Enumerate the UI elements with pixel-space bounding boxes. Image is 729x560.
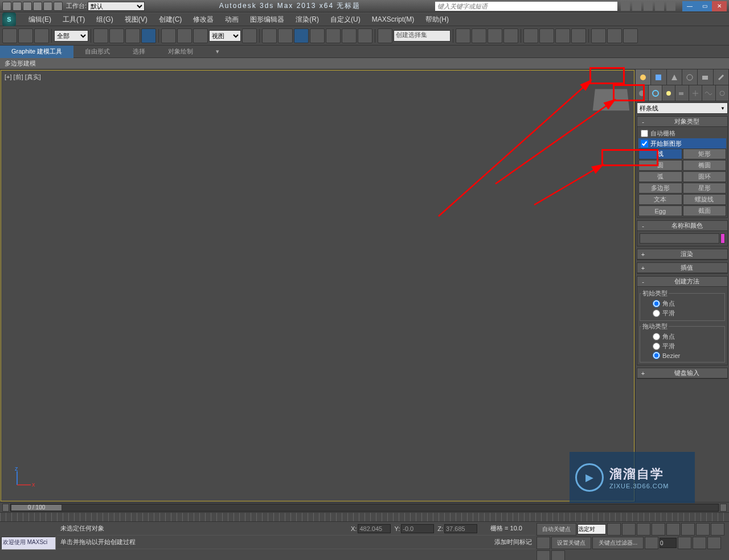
nav-maximize-button[interactable]	[707, 537, 721, 549]
circle-button[interactable]: 圆	[638, 160, 682, 171]
maxscript-listener[interactable]: 欢迎使用 MAXSci	[1, 537, 56, 550]
exchange-icon[interactable]	[644, 2, 653, 11]
mini-listener-icon[interactable]	[1, 523, 13, 534]
isolate-icon[interactable]	[323, 524, 334, 534]
select-region-button[interactable]	[125, 28, 140, 43]
tab-graphite[interactable]: Graphite 建模工具	[0, 46, 73, 58]
search-input[interactable]	[437, 3, 615, 10]
abs-rel-icon[interactable]	[337, 524, 347, 534]
infocenter-search[interactable]	[435, 2, 617, 11]
geometry-subtab[interactable]	[636, 85, 649, 101]
section-button[interactable]: 截面	[683, 205, 727, 216]
menu-edit[interactable]: 编辑(E)	[23, 15, 57, 24]
x-input[interactable]	[358, 524, 391, 533]
track-bar[interactable]	[0, 512, 729, 521]
app-logo-icon[interactable]: S	[2, 13, 16, 26]
menu-animation[interactable]: 动画	[219, 15, 244, 24]
startnew-row[interactable]: 开始新图形	[638, 138, 726, 149]
frame-spinner[interactable]	[660, 538, 677, 548]
manipulate-button[interactable]	[262, 28, 277, 43]
ngon-button[interactable]: 多边形	[638, 183, 682, 193]
axis-snap-button[interactable]	[358, 28, 372, 43]
rollout-header[interactable]: +插值	[637, 263, 727, 273]
ribbon-panel-label[interactable]: 多边形建模	[5, 59, 36, 68]
menu-maxscript[interactable]: MAXScript(M)	[366, 15, 420, 23]
selection-set-input[interactable]: 创建选择集	[394, 30, 450, 42]
new-icon[interactable]	[2, 2, 11, 11]
save-icon[interactable]	[23, 2, 32, 11]
cameras-subtab[interactable]	[675, 85, 689, 101]
viewport-label[interactable]: [+] [前] [真实]	[5, 73, 41, 81]
render-frame-button[interactable]	[571, 28, 586, 43]
rollout-header[interactable]: -创建方法	[637, 277, 727, 287]
nav-fov-button[interactable]	[536, 537, 550, 549]
undo-button[interactable]	[2, 28, 17, 43]
viewport[interactable]: [+] [前] [真实] z x	[1, 70, 634, 501]
layer-button[interactable]	[488, 28, 502, 43]
category-dropdown[interactable]: 样条线	[637, 102, 728, 114]
macro-rec-icon[interactable]	[14, 523, 25, 534]
rollout-header[interactable]: -对象类型	[637, 117, 727, 127]
keymode-button[interactable]	[278, 28, 293, 43]
shapes-subtab[interactable]	[649, 85, 662, 101]
menu-views[interactable]: 视图(V)	[119, 15, 153, 24]
undo-icon[interactable]	[33, 2, 42, 11]
open-icon[interactable]	[13, 2, 22, 11]
init-corner-row[interactable]: 角点	[641, 299, 723, 308]
pivot-button[interactable]	[242, 28, 257, 43]
autogrid-checkbox[interactable]	[641, 130, 648, 137]
material-editor-button[interactable]	[539, 28, 554, 43]
search-icon[interactable]	[621, 2, 630, 11]
goto-start-button[interactable]	[607, 523, 621, 536]
menu-help[interactable]: 帮助(H)	[420, 15, 454, 24]
startnew-checkbox[interactable]	[641, 140, 648, 147]
nav-region-button[interactable]	[536, 550, 550, 560]
select-object-button[interactable]	[93, 28, 108, 43]
menu-graph[interactable]: 图形编辑器	[244, 15, 290, 24]
tab-objpaint[interactable]: 对象绘制	[157, 46, 204, 58]
play-button[interactable]	[637, 523, 650, 536]
setkey-button[interactable]: 设置关键点	[551, 537, 591, 549]
lights-subtab[interactable]	[662, 85, 675, 101]
helix-button[interactable]: 螺旋线	[683, 194, 727, 205]
spacewarps-subtab[interactable]	[702, 85, 715, 101]
drag-corner-row[interactable]: 角点	[641, 332, 723, 341]
time-config-button[interactable]	[678, 537, 691, 549]
menu-customize[interactable]: 自定义(U)	[325, 15, 366, 24]
object-name-input[interactable]	[640, 233, 719, 244]
menu-render[interactable]: 渲染(R)	[290, 15, 325, 24]
time-tag-icon[interactable]	[481, 537, 491, 547]
project-icon[interactable]	[54, 2, 63, 11]
line-button[interactable]: 线	[638, 149, 682, 159]
star-button[interactable]: 星形	[683, 183, 727, 193]
rotate-button[interactable]	[177, 28, 192, 43]
next-frame-button[interactable]	[652, 523, 665, 536]
rollout-header[interactable]: -名称和颜色	[637, 221, 727, 231]
mirror-button[interactable]	[456, 28, 470, 43]
motion-tab[interactable]	[682, 69, 698, 85]
autokey-button[interactable]: 自动关键点	[536, 523, 576, 536]
viewcube[interactable]	[593, 89, 629, 110]
quick-render-button[interactable]	[607, 28, 622, 43]
minimize-button[interactable]: —	[682, 1, 697, 11]
scale-button[interactable]	[193, 28, 208, 43]
drag-smooth-row[interactable]: 平滑	[641, 341, 723, 351]
time-tag-label[interactable]: 添加时间标记	[494, 538, 532, 546]
keyfilter-button[interactable]: 关键点过滤器...	[592, 537, 644, 549]
spinner-snap-button[interactable]	[342, 28, 357, 43]
init-smooth-radio[interactable]	[653, 310, 660, 317]
workspace-switcher[interactable]: 工作台: 默认	[66, 2, 145, 11]
helpers-subtab[interactable]	[689, 85, 702, 101]
close-button[interactable]: ✕	[712, 1, 727, 11]
tab-selection[interactable]: 选择	[121, 46, 157, 58]
drag-bezier-radio[interactable]	[653, 352, 660, 359]
drag-bezier-row[interactable]: Bezier	[641, 351, 723, 360]
init-corner-radio[interactable]	[653, 300, 660, 307]
utilities-tab[interactable]	[714, 69, 729, 85]
move-button[interactable]	[161, 28, 176, 43]
render-setup-button[interactable]	[555, 28, 570, 43]
ribbon-dropdown-icon[interactable]: ▾	[204, 46, 231, 58]
subscription-icon[interactable]	[632, 2, 641, 11]
render-button[interactable]	[591, 28, 606, 43]
arc-button[interactable]: 弧	[638, 171, 682, 182]
